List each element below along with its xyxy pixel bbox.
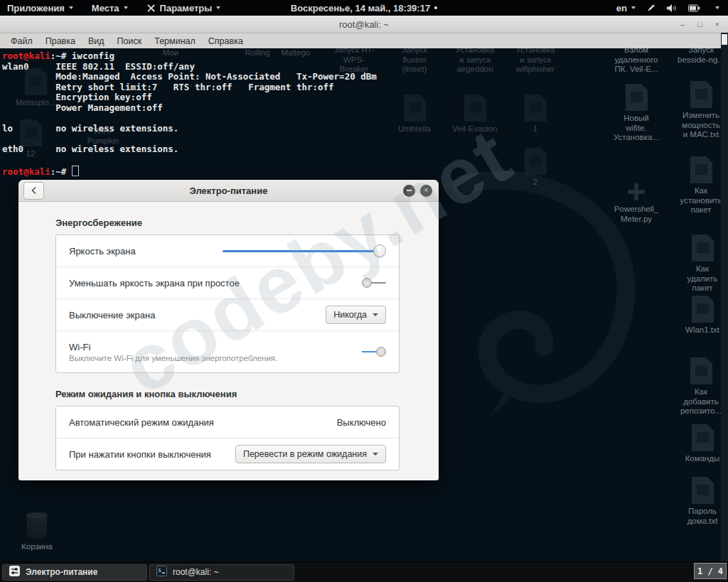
wrench-icon — [146, 4, 156, 13]
places-menu[interactable]: Места — [92, 3, 128, 14]
terminal-scrollbar-thumb[interactable] — [722, 34, 727, 45]
taskbar-button-label: Электро-питание — [26, 567, 97, 577]
setting-label-group: При нажатии кнопки выключения — [69, 449, 211, 460]
toggle-track — [362, 351, 377, 352]
applications-menu-label: Приложения — [7, 3, 65, 14]
setting-row: Выключение экранаНикогда — [56, 298, 399, 330]
setting-row: Wi-FiВыключите Wi-Fi для уменьшения энер… — [56, 330, 399, 372]
terminal-menu-item[interactable]: Вид — [82, 36, 111, 46]
caret-down-icon — [69, 6, 73, 9]
caret-down-icon — [373, 313, 378, 316]
setting-label: Выключение экрана — [69, 310, 155, 320]
dropdown-value: Никогда — [333, 310, 367, 320]
taskbar-button[interactable]: $root@kali: ~ — [149, 564, 294, 581]
terminal-scrollbar[interactable] — [721, 33, 728, 582]
keyboard-layout-label: en — [616, 3, 627, 14]
caret-down-icon — [124, 6, 128, 9]
terminal-menubar: ФайлПравкаВидПоискТерминалСправка — [0, 33, 728, 48]
setting-label-group: Уменьшать яркость экрана при простое — [69, 278, 240, 289]
setting-value: Выключено — [337, 417, 386, 428]
power-window-title: Электро-питание — [18, 185, 439, 196]
toggle-knob[interactable] — [362, 278, 372, 288]
power-settings-window: Электро-питание × ЭнергосбережениеЯркост… — [18, 180, 439, 480]
setting-label-group: Выключение экрана — [69, 310, 155, 320]
terminal-menu-item[interactable]: Поиск — [111, 36, 149, 46]
power-titlebar[interactable]: Электро-питание × — [18, 180, 439, 202]
idle-dim-toggle[interactable] — [362, 278, 386, 288]
toggle-track — [370, 282, 386, 284]
caret-down-icon — [216, 6, 220, 9]
setting-sublabel: Выключите Wi-Fi для уменьшения энергопот… — [69, 354, 277, 362]
settings-card: Автоматический режим ожиданияВыключеноПр… — [55, 406, 400, 470]
caret-down-icon — [715, 6, 719, 9]
wifi-toggle[interactable] — [362, 347, 386, 357]
close-button[interactable]: × — [420, 185, 432, 197]
terminal-title: root@kali: ~ — [339, 19, 389, 30]
terminal-menu-item[interactable]: Файл — [4, 36, 39, 46]
section-header: Режим ожидания и кнопка выключения — [55, 389, 439, 399]
setting-label: Wi-Fi — [69, 342, 277, 352]
setting-row: Яркость экрана — [56, 235, 399, 266]
window-minimize-icon[interactable]: – — [680, 20, 685, 28]
setting-label: При нажатии кнопки выключения — [69, 449, 211, 460]
terminal-menu-item[interactable]: Справка — [202, 36, 250, 46]
power-window-body: ЭнергосбережениеЯркость экранаУменьшать … — [18, 217, 439, 470]
back-icon — [31, 186, 37, 195]
caret-down-icon — [373, 453, 378, 456]
taskbar: Электро-питание$root@kali: ~ 1 / 4 — [0, 561, 728, 582]
settings-menu-label: Параметры — [160, 3, 213, 14]
desktop-screen: root@kali: ~ – □ × ФайлПравкаВидПоискТер… — [0, 0, 728, 582]
terminal-output: wlan0 IEEE 802.11 ESSID:off/any Mode:Man… — [2, 61, 377, 155]
setting-label-group: Яркость экрана — [69, 246, 136, 257]
setting-label: Уменьшать яркость экрана при простое — [69, 278, 240, 289]
clock-text: Воскресенье, 14 май., 18:39:17 — [291, 3, 430, 14]
applications-menu[interactable]: Приложения — [7, 3, 73, 14]
setting-label-group: Wi-FiВыключите Wi-Fi для уменьшения энер… — [69, 342, 277, 362]
clock[interactable]: Воскресенье, 14 май., 18:39:17 — [291, 0, 437, 16]
svg-text:$: $ — [159, 568, 161, 573]
places-menu-label: Места — [92, 3, 119, 14]
taskbar-button[interactable]: Электро-питание — [2, 564, 147, 581]
terminal-text: root@kali:~# iwconfig wlan0 IEEE 802.11 … — [2, 51, 377, 177]
terminal-titlebar[interactable]: root@kali: ~ – □ × — [0, 16, 728, 33]
toggle-knob[interactable] — [376, 347, 386, 357]
slider-track — [223, 250, 382, 252]
terminal-prompt: root@kali — [2, 50, 50, 61]
notification-dot-icon — [434, 6, 437, 9]
minimize-icon — [407, 190, 412, 191]
close-icon: × — [424, 187, 429, 194]
workspace-indicator[interactable]: 1 / 4 — [694, 563, 727, 579]
top-panel: Приложения Места Параметры Воскресенье, … — [0, 0, 728, 16]
setting-label: Автоматический режим ожидания — [69, 417, 214, 428]
window-close-icon[interactable]: × — [715, 20, 719, 28]
setting-label-group: Автоматический режим ожидания — [69, 417, 214, 428]
taskbar-button-label: root@kali: ~ — [173, 567, 219, 577]
setting-row: Уменьшать яркость экрана при простое — [56, 266, 399, 298]
terminal-cursor — [72, 166, 79, 176]
terminal-command: iwconfig — [72, 50, 114, 61]
network-pen-icon[interactable] — [646, 4, 655, 13]
terminal-icon: $ — [156, 566, 167, 578]
keyboard-layout-menu[interactable]: en — [616, 3, 636, 14]
setting-row[interactable]: Автоматический режим ожиданияВыключено — [56, 406, 399, 438]
terminal-menu-item[interactable]: Терминал — [148, 36, 202, 46]
settings-card: Яркость экранаУменьшать яркость экрана п… — [55, 235, 400, 373]
back-button[interactable] — [23, 182, 44, 200]
terminal-menu-item[interactable]: Правка — [39, 36, 82, 46]
brightness-slider[interactable] — [223, 244, 386, 258]
section-header: Энергосбережение — [55, 217, 439, 228]
dropdown-button[interactable]: Никогда — [326, 306, 386, 324]
system-menu[interactable] — [711, 6, 719, 9]
slider-knob[interactable] — [373, 244, 386, 257]
dropdown-value: Перевести в режим ожидания — [243, 449, 367, 459]
volume-icon[interactable] — [666, 4, 678, 13]
minimize-button[interactable] — [403, 185, 415, 197]
setting-row: При нажатии кнопки выключенияПеревести в… — [56, 438, 399, 470]
caret-down-icon — [631, 6, 636, 9]
window-maximize-icon[interactable]: □ — [697, 20, 702, 28]
power-settings-icon — [9, 566, 20, 578]
setting-label: Яркость экрана — [69, 246, 136, 257]
battery-icon[interactable] — [688, 4, 700, 12]
dropdown-button[interactable]: Перевести в режим ожидания — [235, 445, 386, 463]
settings-menu[interactable]: Параметры — [146, 3, 221, 14]
